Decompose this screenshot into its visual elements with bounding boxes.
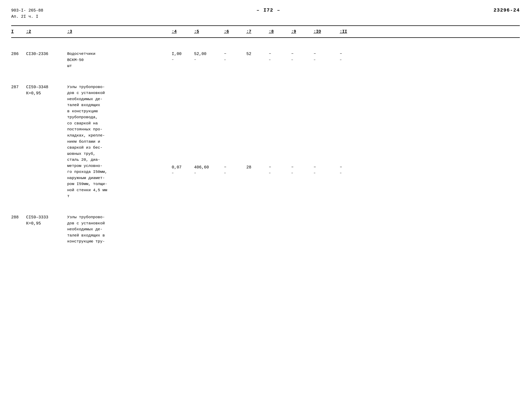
row-286-col6: – – — [224, 51, 246, 62]
col-header-3: :3 — [67, 29, 172, 35]
row-286-col5: 52,00 – — [194, 51, 224, 62]
header-right-code: 23296-24 — [494, 7, 520, 13]
row-287-id: 287 — [11, 84, 26, 90]
row-287-col8: – – — [269, 84, 291, 176]
header-center: – I72 – — [256, 7, 280, 13]
row-288-code: CI59–3333 К=0,95 — [26, 214, 67, 227]
row-287-col6: – – — [224, 84, 246, 176]
row-286-col11: – – — [340, 51, 362, 62]
col-header-7: :7 — [246, 29, 269, 35]
col-header-2: :2 — [26, 29, 67, 35]
main-table: I :2 :3 :4 :5 :6 :7 :8 :9 :IO :II 286 CI… — [11, 25, 520, 247]
header-left: 903-I- 265-88 Ап. 2I ч. I — [11, 7, 43, 20]
row-287-col11: – – — [340, 84, 362, 176]
header-doc-part: Ап. 2I ч. I — [11, 14, 43, 20]
col-header-5: :5 — [194, 29, 224, 35]
row-286-col4: I,00 – — [172, 51, 194, 62]
row-286-code: CI30–2336 — [26, 51, 67, 57]
page-header: 903-I- 265-88 Ап. 2I ч. I – I72 – 23296-… — [11, 7, 520, 20]
row-286-col8: – – — [269, 51, 291, 62]
row-286-id: 286 — [11, 51, 26, 57]
row-287-desc: Узлы трубопрово- дов с установкой необхо… — [67, 84, 172, 199]
row-286-col9: – – — [291, 51, 313, 62]
row-287-code: CI59–3348 К=0,95 — [26, 84, 67, 96]
col-header-4: :4 — [172, 29, 194, 35]
row-287-col5: 406,60 – — [194, 84, 224, 176]
header-dash-right: – — [277, 7, 280, 13]
col-header-11: :II — [340, 29, 362, 35]
row-287-col10: – – — [313, 84, 340, 176]
header-doc-number: 903-I- 265-88 — [11, 7, 43, 14]
table-row: 287 CI59–3348 К=0,95 Узлы трубопрово- до… — [11, 80, 520, 201]
table-header-row: I :2 :3 :4 :5 :6 :7 :8 :9 :IO :II — [11, 25, 520, 38]
row-286-desc: Водосчетчики ВСКМ-50 шт — [67, 51, 172, 69]
row-286-col10: – – — [313, 51, 340, 62]
row-288-id: 288 — [11, 214, 26, 220]
col-header-9: :9 — [291, 29, 313, 35]
row-288-desc: Узлы трубопрово- дов с установкой необхо… — [67, 214, 172, 245]
header-dash-left: – — [256, 7, 260, 13]
row-287-col4: 0,07 – — [172, 84, 194, 176]
col-header-8: :8 — [269, 29, 291, 35]
row-287-col9: – – — [291, 84, 313, 176]
table-row: 286 CI30–2336 Водосчетчики ВСКМ-50 шт I,… — [11, 47, 520, 71]
row-286-col7: 52 — [246, 51, 269, 57]
col-header-1: I — [11, 29, 26, 35]
row-287-col7: 28 — [246, 84, 269, 170]
col-header-6: :6 — [224, 29, 246, 35]
col-header-10: :IO — [313, 29, 340, 35]
table-row: 288 CI59–3333 К=0,95 Узлы трубопрово- до… — [11, 210, 520, 247]
header-page-number: I72 — [264, 7, 273, 13]
